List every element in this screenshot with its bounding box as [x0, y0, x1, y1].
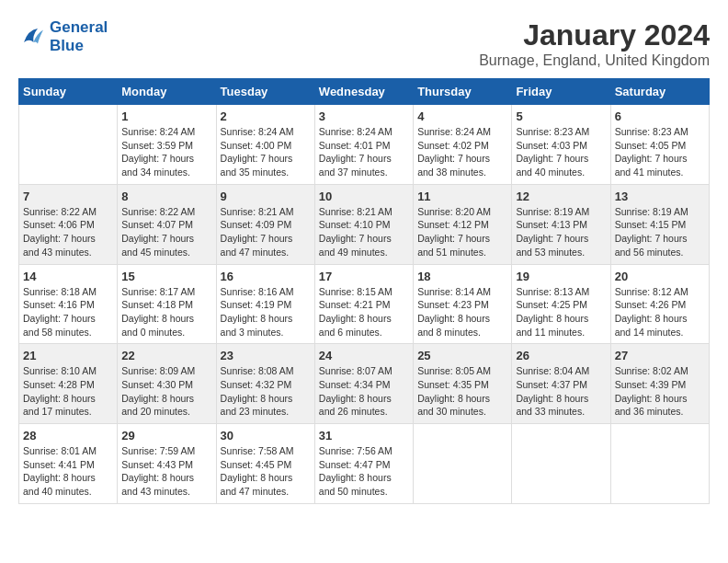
calendar-cell: 19Sunrise: 8:13 AM Sunset: 4:25 PM Dayli…	[512, 264, 610, 344]
day-number: 2	[221, 109, 311, 123]
day-number: 9	[221, 190, 311, 203]
calendar-week-5: 28Sunrise: 8:01 AM Sunset: 4:41 PM Dayli…	[19, 424, 710, 504]
day-number: 24	[319, 349, 409, 362]
calendar-table: SundayMondayTuesdayWednesdayThursdayFrid…	[18, 78, 710, 504]
day-number: 17	[319, 270, 409, 283]
day-info: Sunrise: 8:22 AM Sunset: 4:06 PM Dayligh…	[23, 205, 113, 259]
day-info: Sunrise: 8:07 AM Sunset: 4:34 PM Dayligh…	[319, 364, 409, 419]
day-number: 3	[319, 109, 409, 123]
day-info: Sunrise: 8:23 AM Sunset: 4:05 PM Dayligh…	[615, 125, 705, 179]
calendar-cell: 2Sunrise: 8:24 AM Sunset: 4:00 PM Daylig…	[216, 105, 314, 185]
calendar-header-row: SundayMondayTuesdayWednesdayThursdayFrid…	[19, 79, 710, 105]
day-info: Sunrise: 8:08 AM Sunset: 4:32 PM Dayligh…	[221, 364, 311, 419]
day-number: 15	[121, 270, 211, 283]
day-info: Sunrise: 8:12 AM Sunset: 4:26 PM Dayligh…	[615, 285, 705, 339]
day-info: Sunrise: 8:22 AM Sunset: 4:07 PM Dayligh…	[121, 205, 211, 259]
day-info: Sunrise: 8:24 AM Sunset: 3:59 PM Dayligh…	[121, 125, 211, 179]
calendar-cell: 23Sunrise: 8:08 AM Sunset: 4:32 PM Dayli…	[216, 344, 314, 424]
day-info: Sunrise: 8:04 AM Sunset: 4:37 PM Dayligh…	[516, 364, 606, 419]
calendar-cell: 3Sunrise: 8:24 AM Sunset: 4:01 PM Daylig…	[314, 105, 413, 185]
calendar-cell: 6Sunrise: 8:23 AM Sunset: 4:05 PM Daylig…	[610, 105, 709, 185]
day-number: 6	[615, 109, 705, 123]
day-info: Sunrise: 8:23 AM Sunset: 4:03 PM Dayligh…	[516, 125, 606, 179]
day-info: Sunrise: 8:10 AM Sunset: 4:28 PM Dayligh…	[23, 364, 113, 419]
day-number: 13	[615, 190, 705, 203]
day-info: Sunrise: 8:15 AM Sunset: 4:21 PM Dayligh…	[319, 285, 409, 339]
calendar-cell: 1Sunrise: 8:24 AM Sunset: 3:59 PM Daylig…	[118, 105, 216, 185]
day-number: 22	[121, 349, 211, 362]
day-info: Sunrise: 8:01 AM Sunset: 4:41 PM Dayligh…	[23, 444, 113, 499]
calendar-cell	[414, 424, 512, 504]
day-info: Sunrise: 8:17 AM Sunset: 4:18 PM Dayligh…	[121, 285, 211, 339]
day-info: Sunrise: 7:59 AM Sunset: 4:43 PM Dayligh…	[121, 444, 211, 499]
day-info: Sunrise: 7:58 AM Sunset: 4:45 PM Dayligh…	[221, 444, 311, 499]
day-number: 19	[516, 270, 606, 283]
header-sunday: Sunday	[19, 79, 118, 105]
day-number: 12	[516, 190, 606, 203]
calendar-cell: 26Sunrise: 8:04 AM Sunset: 4:37 PM Dayli…	[512, 344, 610, 424]
day-info: Sunrise: 8:24 AM Sunset: 4:02 PM Dayligh…	[417, 125, 507, 179]
day-number: 4	[417, 109, 507, 123]
calendar-cell: 8Sunrise: 8:22 AM Sunset: 4:07 PM Daylig…	[118, 184, 216, 264]
day-number: 31	[319, 429, 409, 442]
day-number: 14	[23, 270, 113, 283]
day-info: Sunrise: 8:16 AM Sunset: 4:19 PM Dayligh…	[221, 285, 311, 339]
day-number: 25	[417, 349, 507, 362]
calendar-cell: 30Sunrise: 7:58 AM Sunset: 4:45 PM Dayli…	[216, 424, 314, 504]
calendar-cell: 17Sunrise: 8:15 AM Sunset: 4:21 PM Dayli…	[314, 264, 413, 344]
day-info: Sunrise: 8:05 AM Sunset: 4:35 PM Dayligh…	[417, 364, 507, 419]
header-wednesday: Wednesday	[314, 79, 413, 105]
month-title: January 2024	[479, 18, 710, 52]
calendar-cell: 29Sunrise: 7:59 AM Sunset: 4:43 PM Dayli…	[118, 424, 216, 504]
calendar-cell: 12Sunrise: 8:19 AM Sunset: 4:13 PM Dayli…	[512, 184, 610, 264]
calendar-cell: 15Sunrise: 8:17 AM Sunset: 4:18 PM Dayli…	[118, 264, 216, 344]
calendar-cell: 7Sunrise: 8:22 AM Sunset: 4:06 PM Daylig…	[19, 184, 118, 264]
calendar-cell: 9Sunrise: 8:21 AM Sunset: 4:09 PM Daylig…	[216, 184, 314, 264]
calendar-cell: 20Sunrise: 8:12 AM Sunset: 4:26 PM Dayli…	[610, 264, 709, 344]
day-info: Sunrise: 8:21 AM Sunset: 4:09 PM Dayligh…	[221, 205, 311, 259]
day-number: 18	[417, 270, 507, 283]
calendar-cell: 27Sunrise: 8:02 AM Sunset: 4:39 PM Dayli…	[610, 344, 709, 424]
day-number: 23	[221, 349, 311, 362]
day-info: Sunrise: 8:19 AM Sunset: 4:15 PM Dayligh…	[615, 205, 705, 259]
calendar-cell: 13Sunrise: 8:19 AM Sunset: 4:15 PM Dayli…	[610, 184, 709, 264]
header-friday: Friday	[512, 79, 610, 105]
calendar-cell: 21Sunrise: 8:10 AM Sunset: 4:28 PM Dayli…	[19, 344, 118, 424]
day-info: Sunrise: 8:24 AM Sunset: 4:00 PM Dayligh…	[221, 125, 311, 179]
calendar-cell: 16Sunrise: 8:16 AM Sunset: 4:19 PM Dayli…	[216, 264, 314, 344]
day-number: 20	[615, 270, 705, 283]
day-info: Sunrise: 8:19 AM Sunset: 4:13 PM Dayligh…	[516, 205, 606, 259]
day-number: 28	[23, 429, 113, 442]
calendar-week-3: 14Sunrise: 8:18 AM Sunset: 4:16 PM Dayli…	[19, 264, 710, 344]
calendar-cell: 11Sunrise: 8:20 AM Sunset: 4:12 PM Dayli…	[414, 184, 512, 264]
calendar-week-1: 1Sunrise: 8:24 AM Sunset: 3:59 PM Daylig…	[19, 105, 710, 185]
day-info: Sunrise: 7:56 AM Sunset: 4:47 PM Dayligh…	[319, 444, 409, 499]
day-info: Sunrise: 8:14 AM Sunset: 4:23 PM Dayligh…	[417, 285, 507, 339]
calendar-cell: 5Sunrise: 8:23 AM Sunset: 4:03 PM Daylig…	[512, 105, 610, 185]
logo-icon	[18, 23, 46, 51]
header-thursday: Thursday	[414, 79, 512, 105]
day-info: Sunrise: 8:18 AM Sunset: 4:16 PM Dayligh…	[23, 285, 113, 339]
day-number: 11	[417, 190, 507, 203]
day-number: 21	[23, 349, 113, 362]
day-number: 29	[121, 429, 211, 442]
day-info: Sunrise: 8:24 AM Sunset: 4:01 PM Dayligh…	[319, 125, 409, 179]
calendar-cell: 22Sunrise: 8:09 AM Sunset: 4:30 PM Dayli…	[118, 344, 216, 424]
day-info: Sunrise: 8:20 AM Sunset: 4:12 PM Dayligh…	[417, 205, 507, 259]
calendar-cell	[512, 424, 610, 504]
calendar-cell: 14Sunrise: 8:18 AM Sunset: 4:16 PM Dayli…	[19, 264, 118, 344]
day-number: 27	[615, 349, 705, 362]
calendar-cell: 28Sunrise: 8:01 AM Sunset: 4:41 PM Dayli…	[19, 424, 118, 504]
day-info: Sunrise: 8:02 AM Sunset: 4:39 PM Dayligh…	[615, 364, 705, 419]
header-saturday: Saturday	[610, 79, 709, 105]
header-monday: Monday	[118, 79, 216, 105]
day-number: 1	[121, 109, 211, 123]
calendar-cell: 10Sunrise: 8:21 AM Sunset: 4:10 PM Dayli…	[314, 184, 413, 264]
calendar-cell	[610, 424, 709, 504]
day-info: Sunrise: 8:13 AM Sunset: 4:25 PM Dayligh…	[516, 285, 606, 339]
calendar-cell: 18Sunrise: 8:14 AM Sunset: 4:23 PM Dayli…	[414, 264, 512, 344]
day-number: 16	[221, 270, 311, 283]
calendar-cell: 31Sunrise: 7:56 AM Sunset: 4:47 PM Dayli…	[314, 424, 413, 504]
calendar-cell: 24Sunrise: 8:07 AM Sunset: 4:34 PM Dayli…	[314, 344, 413, 424]
day-info: Sunrise: 8:21 AM Sunset: 4:10 PM Dayligh…	[319, 205, 409, 259]
